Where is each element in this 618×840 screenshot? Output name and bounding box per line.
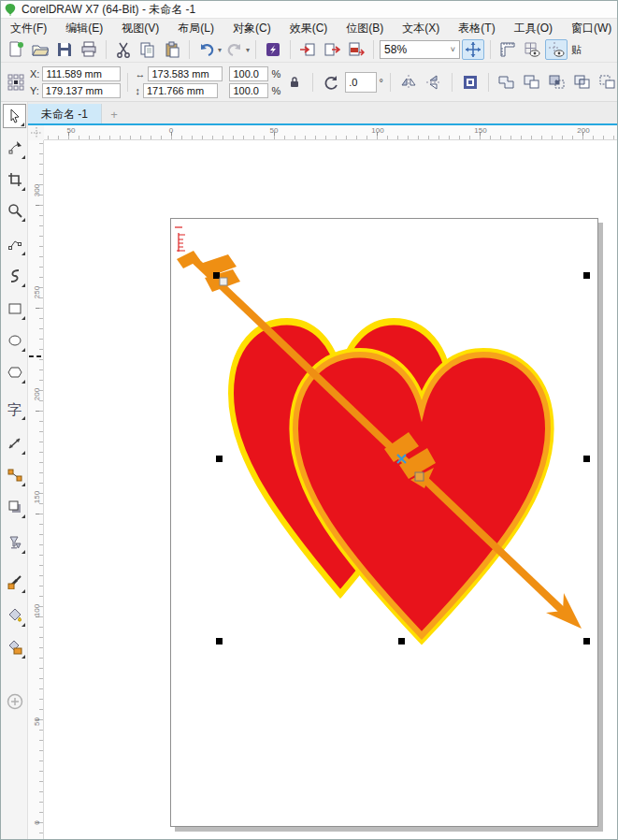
- paste-button[interactable]: [161, 39, 183, 60]
- horizontal-ruler[interactable]: 50 0 50 100 150 200: [44, 125, 618, 140]
- dimension-tool-icon: [7, 436, 22, 451]
- menu-window[interactable]: 窗口(W): [562, 19, 618, 38]
- dimension-tool[interactable]: [3, 431, 26, 456]
- interactive-fill-tool[interactable]: [3, 635, 26, 659]
- h-ruler-label: 200: [577, 126, 589, 135]
- zoom-level-combo[interactable]: 58% ˅: [380, 40, 460, 59]
- toolbar-separator: [127, 73, 128, 92]
- color-eyedropper-tool[interactable]: [3, 570, 26, 594]
- combine-button[interactable]: [459, 72, 481, 93]
- rectangle-tool[interactable]: [3, 297, 26, 321]
- zoom-fit-page-button[interactable]: [462, 39, 484, 60]
- print-button[interactable]: [78, 39, 100, 60]
- crop-tool[interactable]: [3, 167, 26, 192]
- transparency-tool[interactable]: [3, 530, 26, 555]
- save-button[interactable]: [53, 39, 76, 60]
- zoom-level-value: 58%: [384, 43, 407, 56]
- copy-button[interactable]: [137, 39, 159, 60]
- menu-edit[interactable]: 编辑(E): [56, 19, 112, 38]
- menu-effects[interactable]: 效果(C): [280, 19, 338, 38]
- add-tools-button[interactable]: [3, 689, 26, 714]
- document-page[interactable]: [170, 218, 598, 827]
- show-rulers-button[interactable]: [496, 39, 519, 60]
- color-eyedropper-tool-icon: [7, 574, 22, 589]
- cut-icon: [115, 41, 132, 58]
- x-position-field[interactable]: 111.589 mm: [42, 66, 121, 81]
- undo-button[interactable]: [195, 39, 218, 60]
- show-grid-button[interactable]: [521, 39, 543, 60]
- flyout-indicator: [22, 283, 25, 287]
- text-tool[interactable]: 字: [3, 397, 26, 421]
- menu-text[interactable]: 文本(X): [393, 19, 449, 38]
- weld-button[interactable]: [496, 72, 518, 93]
- flyout-indicator: [22, 252, 25, 255]
- show-guidelines-button[interactable]: [545, 39, 568, 60]
- open-icon: [32, 41, 49, 58]
- cut-button[interactable]: [112, 39, 135, 60]
- menu-table[interactable]: 表格(T): [449, 19, 504, 38]
- scale-x-field[interactable]: 100.0: [229, 66, 268, 81]
- redo-button[interactable]: [223, 39, 246, 60]
- snap-menu-label-clipped[interactable]: 贴: [571, 43, 582, 57]
- ruler-origin-button[interactable]: [28, 125, 45, 141]
- object-position-icon: [7, 73, 25, 92]
- freehand-tool[interactable]: [3, 232, 26, 256]
- front-minus-back-button[interactable]: [596, 72, 618, 93]
- polygon-tool[interactable]: [3, 360, 26, 384]
- mirror-vertical-button[interactable]: [423, 72, 445, 93]
- artistic-media-tool[interactable]: [3, 264, 26, 288]
- menu-object[interactable]: 对象(C): [223, 19, 280, 38]
- copy-icon: [139, 41, 156, 58]
- pdf-export-button[interactable]: [345, 39, 367, 60]
- menu-tools[interactable]: 工具(O): [505, 19, 562, 38]
- rotation-button[interactable]: [320, 72, 342, 93]
- v-ruler-label: 200: [33, 387, 41, 402]
- flyout-indicator: [22, 416, 25, 420]
- menu-file[interactable]: 文件(F): [1, 19, 56, 38]
- zoom-tool[interactable]: [3, 198, 26, 223]
- shape-tool[interactable]: [3, 136, 26, 160]
- open-button[interactable]: [29, 39, 51, 60]
- ruler-cursor-mark: [29, 355, 41, 360]
- undo-dropdown-caret[interactable]: ▾: [218, 46, 222, 54]
- menu-view[interactable]: 视图(V): [112, 19, 168, 38]
- vertical-ruler[interactable]: 300 250 200 150 100 50 0: [28, 140, 44, 840]
- h-ruler-label: 100: [371, 126, 383, 135]
- object-width-field[interactable]: 173.583 mm: [148, 66, 223, 81]
- rotation-angle-field[interactable]: .0: [345, 72, 376, 93]
- width-icon: ↔: [135, 68, 145, 80]
- import-button[interactable]: [296, 39, 319, 60]
- app-launcher-button[interactable]: [262, 39, 284, 60]
- pick-tool[interactable]: [3, 104, 26, 128]
- drop-shadow-tool-icon: [7, 500, 22, 514]
- document-tab-active[interactable]: 未命名 -1: [28, 104, 102, 125]
- lock-ratio-button[interactable]: [283, 72, 306, 93]
- plus-circle-icon: [7, 693, 23, 710]
- mirror-horizontal-button[interactable]: [397, 72, 420, 93]
- toolbar-separator: [373, 40, 374, 59]
- menu-bar: 文件(F) 编辑(E) 视图(V) 布局(L) 对象(C) 效果(C) 位图(B…: [1, 19, 618, 37]
- h-ruler-label: 150: [474, 126, 486, 135]
- new-tab-button[interactable]: +: [102, 104, 126, 125]
- standard-toolbar: ▾ ▾ 5: [1, 37, 618, 63]
- flyout-indicator: [22, 483, 25, 486]
- export-button[interactable]: [321, 39, 343, 60]
- object-height-field[interactable]: 171.766 mm: [143, 83, 218, 98]
- menu-bitmaps[interactable]: 位图(B): [337, 19, 393, 38]
- title-bar: CorelDRAW X7 (64-Bit) - 未命名 -1: [1, 1, 618, 19]
- transparency-tool-icon: [7, 535, 22, 550]
- smart-fill-tool[interactable]: [3, 603, 26, 628]
- menu-layout[interactable]: 布局(L): [168, 19, 223, 38]
- simplify-button[interactable]: [571, 72, 594, 93]
- flyout-indicator: [22, 655, 25, 659]
- y-position-field[interactable]: 179.137 mm: [42, 83, 121, 98]
- ellipse-tool[interactable]: [3, 328, 26, 353]
- redo-dropdown-caret[interactable]: ▾: [246, 46, 250, 54]
- intersect-button[interactable]: [546, 72, 568, 93]
- drop-shadow-tool[interactable]: [3, 495, 26, 519]
- new-document-button[interactable]: [5, 39, 27, 60]
- connector-tool[interactable]: [3, 463, 26, 487]
- scale-y-field[interactable]: 100.0: [229, 83, 268, 98]
- object-position-button[interactable]: [5, 72, 27, 93]
- trim-button[interactable]: [521, 72, 543, 93]
